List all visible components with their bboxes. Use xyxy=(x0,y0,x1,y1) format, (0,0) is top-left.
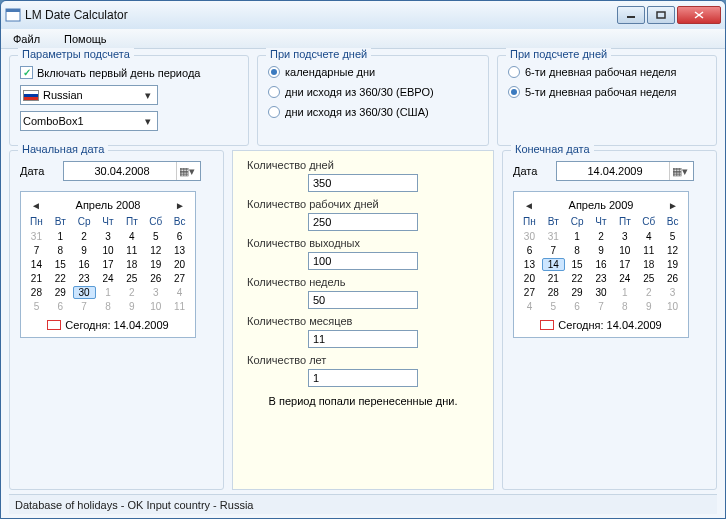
cal-day[interactable]: 31 xyxy=(25,230,48,243)
cal-day[interactable]: 18 xyxy=(637,258,660,271)
cal-day[interactable]: 5 xyxy=(25,300,48,313)
cal-day[interactable]: 1 xyxy=(566,230,589,243)
cal-day[interactable]: 2 xyxy=(637,286,660,299)
cal-day[interactable]: 8 xyxy=(613,300,636,313)
cal-day[interactable]: 8 xyxy=(97,300,120,313)
calendar-icon[interactable]: ▦▾ xyxy=(669,162,689,180)
cal-day[interactable]: 5 xyxy=(661,230,684,243)
radio-6-day-week[interactable]: 6-ти дневная рабочая неделя xyxy=(508,66,706,78)
cal-day[interactable]: 1 xyxy=(49,230,72,243)
cal-day[interactable]: 21 xyxy=(542,272,565,285)
cal-day[interactable]: 1 xyxy=(97,286,120,299)
cal-day[interactable]: 7 xyxy=(73,300,96,313)
cal-day[interactable]: 29 xyxy=(566,286,589,299)
calendar-icon[interactable]: ▦▾ xyxy=(176,162,196,180)
cal-day[interactable]: 25 xyxy=(120,272,143,285)
cal-day[interactable]: 18 xyxy=(120,258,143,271)
cal-day[interactable]: 4 xyxy=(518,300,541,313)
language-combo[interactable]: Russian ▾ xyxy=(20,85,158,105)
weekends-input[interactable]: 100 xyxy=(308,252,418,270)
cal-day[interactable]: 19 xyxy=(144,258,167,271)
cal-day[interactable]: 10 xyxy=(613,244,636,257)
cal-day[interactable]: 2 xyxy=(73,230,96,243)
cal-day[interactable]: 20 xyxy=(518,272,541,285)
cal-day[interactable]: 23 xyxy=(73,272,96,285)
cal-day[interactable]: 23 xyxy=(590,272,613,285)
cal-day[interactable]: 6 xyxy=(168,230,191,243)
cal-day[interactable]: 28 xyxy=(25,286,48,299)
cal-next-button[interactable]: ► xyxy=(173,198,187,212)
cal-day[interactable]: 13 xyxy=(168,244,191,257)
cal-day[interactable]: 27 xyxy=(518,286,541,299)
cal-day[interactable]: 3 xyxy=(661,286,684,299)
cal-day[interactable]: 19 xyxy=(661,258,684,271)
cal-day[interactable]: 30 xyxy=(518,230,541,243)
cal-next-button[interactable]: ► xyxy=(666,198,680,212)
cal-day[interactable]: 21 xyxy=(25,272,48,285)
cal-day[interactable]: 5 xyxy=(144,230,167,243)
end-date-input[interactable]: 14.04.2009 ▦▾ xyxy=(556,161,694,181)
cal-day[interactable]: 6 xyxy=(518,244,541,257)
cal-day[interactable]: 26 xyxy=(144,272,167,285)
radio-360-euro[interactable]: дни исходя из 360/30 (ЕВРО) xyxy=(268,86,478,98)
cal-day[interactable]: 10 xyxy=(97,244,120,257)
cal-month[interactable]: Апрель 2009 xyxy=(536,199,666,211)
cal-day[interactable]: 15 xyxy=(566,258,589,271)
radio-5-day-week[interactable]: 5-ти дневная рабочая неделя xyxy=(508,86,706,98)
cal-day[interactable]: 28 xyxy=(542,286,565,299)
cal-day[interactable]: 30 xyxy=(590,286,613,299)
cal-day[interactable]: 8 xyxy=(49,244,72,257)
cal-day[interactable]: 15 xyxy=(49,258,72,271)
cal-today-link[interactable]: Сегодня: 14.04.2009 xyxy=(518,317,684,333)
cal-day[interactable]: 14 xyxy=(25,258,48,271)
cal-prev-button[interactable]: ◄ xyxy=(522,198,536,212)
weeks-input[interactable]: 50 xyxy=(308,291,418,309)
cal-day[interactable]: 7 xyxy=(590,300,613,313)
workdays-input[interactable]: 250 xyxy=(308,213,418,231)
cal-day[interactable]: 5 xyxy=(542,300,565,313)
months-input[interactable]: 11 xyxy=(308,330,418,348)
cal-day[interactable]: 13 xyxy=(518,258,541,271)
cal-day[interactable]: 14 xyxy=(542,258,565,271)
minimize-button[interactable] xyxy=(617,6,645,24)
cal-day[interactable]: 29 xyxy=(49,286,72,299)
days-input[interactable]: 350 xyxy=(308,174,418,192)
cal-day[interactable]: 9 xyxy=(590,244,613,257)
combobox1[interactable]: ComboBox1 ▾ xyxy=(20,111,158,131)
radio-calendar-days[interactable]: календарные дни xyxy=(268,66,478,78)
cal-day[interactable]: 12 xyxy=(144,244,167,257)
cal-day[interactable]: 27 xyxy=(168,272,191,285)
include-first-day-checkbox[interactable]: ✓ Включать первый день периода xyxy=(20,66,238,79)
cal-day[interactable]: 4 xyxy=(637,230,660,243)
cal-day[interactable]: 10 xyxy=(144,300,167,313)
cal-day[interactable]: 12 xyxy=(661,244,684,257)
cal-today-link[interactable]: Сегодня: 14.04.2009 xyxy=(25,317,191,333)
cal-day[interactable]: 2 xyxy=(590,230,613,243)
cal-day[interactable]: 31 xyxy=(542,230,565,243)
cal-day[interactable]: 9 xyxy=(73,244,96,257)
menu-help[interactable]: Помощь xyxy=(58,31,113,47)
cal-day[interactable]: 24 xyxy=(613,272,636,285)
cal-day[interactable]: 3 xyxy=(613,230,636,243)
close-button[interactable] xyxy=(677,6,721,24)
cal-day[interactable]: 6 xyxy=(49,300,72,313)
cal-day[interactable]: 22 xyxy=(49,272,72,285)
years-input[interactable]: 1 xyxy=(308,369,418,387)
cal-day[interactable]: 1 xyxy=(613,286,636,299)
radio-360-usa[interactable]: дни исходя из 360/30 (США) xyxy=(268,106,478,118)
start-date-input[interactable]: 30.04.2008 ▦▾ xyxy=(63,161,201,181)
cal-day[interactable]: 8 xyxy=(566,244,589,257)
cal-day[interactable]: 4 xyxy=(168,286,191,299)
titlebar[interactable]: LM Date Calculator xyxy=(1,1,725,29)
cal-day[interactable]: 26 xyxy=(661,272,684,285)
cal-day[interactable]: 4 xyxy=(120,230,143,243)
maximize-button[interactable] xyxy=(647,6,675,24)
cal-day[interactable]: 20 xyxy=(168,258,191,271)
cal-day[interactable]: 16 xyxy=(73,258,96,271)
cal-prev-button[interactable]: ◄ xyxy=(29,198,43,212)
cal-day[interactable]: 16 xyxy=(590,258,613,271)
cal-day[interactable]: 3 xyxy=(144,286,167,299)
cal-day[interactable]: 25 xyxy=(637,272,660,285)
cal-day[interactable]: 7 xyxy=(542,244,565,257)
cal-day[interactable]: 11 xyxy=(168,300,191,313)
